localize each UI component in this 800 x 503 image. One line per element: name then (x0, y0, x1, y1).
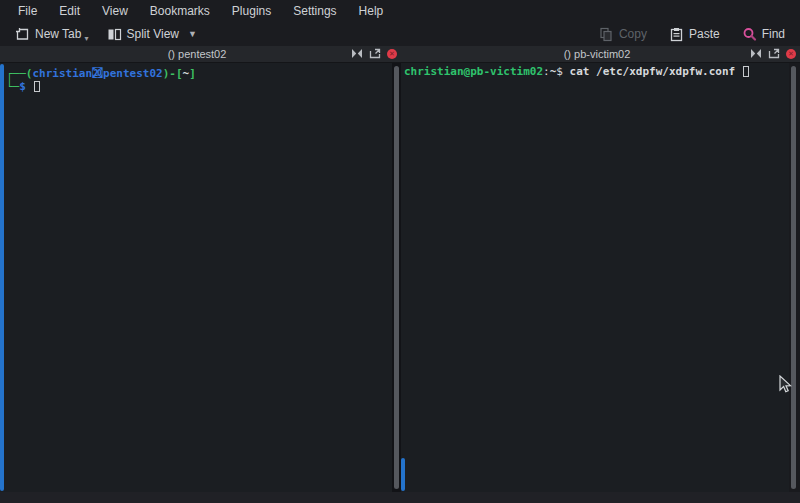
menu-bookmarks[interactable]: Bookmarks (140, 2, 220, 21)
split-view-headers: () pentest02 ✕ () pb-victim02 (0, 46, 800, 63)
new-tab-dropdown-caret[interactable]: ▾ (84, 34, 88, 43)
left-pane-header-controls: ✕ (351, 48, 397, 59)
expand-view-icon[interactable] (351, 48, 363, 59)
tab-new-icon (15, 27, 30, 42)
split-view-icon (107, 27, 122, 42)
clipboard-paste-icon (669, 27, 684, 42)
expand-view-icon[interactable] (750, 48, 762, 59)
prompt-frame-close: ] (189, 67, 196, 80)
new-tab-button[interactable]: New Tab ▾ (10, 25, 96, 44)
terminal-pane-pb-victim02[interactable]: christian@pb-victim02:~$ cat /etc/xdpfw/… (401, 63, 789, 492)
toolbar: New Tab ▾ Split View ▼ Cop (0, 22, 800, 46)
menu-bar: File Edit View Bookmarks Plugins Setting… (0, 0, 800, 22)
paste-button[interactable]: Paste (664, 25, 725, 44)
split-view-chevron-down-icon[interactable]: ▼ (188, 29, 197, 39)
prompt-symbol: $ (19, 80, 26, 93)
typed-command: cat /etc/xdpfw/xdpfw.conf (570, 65, 742, 78)
right-edge-column (789, 63, 800, 492)
new-tab-label: New Tab (35, 27, 81, 41)
menu-edit[interactable]: Edit (49, 2, 90, 21)
right-pane-header-controls: ✕ (750, 48, 796, 59)
konsole-window: File Edit View Bookmarks Plugins Setting… (0, 0, 800, 503)
prompt-symbol: $ (556, 65, 569, 78)
menu-settings[interactable]: Settings (283, 2, 346, 21)
menu-view[interactable]: View (92, 2, 138, 21)
prompt-frame-mid: )-[ (163, 67, 183, 80)
paste-label: Paste (689, 27, 720, 41)
detach-view-icon[interactable] (768, 48, 780, 59)
right-pane-title[interactable]: () pb-victim02 (394, 46, 800, 63)
split-view-body: ┌──(christian㉉pentest02)-[~] └─$ christi… (0, 63, 800, 492)
left-pane-title[interactable]: () pentest02 (0, 46, 394, 63)
menu-help[interactable]: Help (349, 2, 394, 21)
prompt-user-host: christian㉉pentest02 (33, 67, 163, 80)
prompt-user-host: christian@pb-victim02 (404, 65, 543, 78)
split-view-label: Split View (127, 27, 179, 41)
magnifier-find-icon (742, 27, 757, 42)
right-edge-scrollbar[interactable] (791, 66, 796, 489)
prompt-frame-open: ┌──( (6, 67, 33, 80)
split-view-button[interactable]: Split View ▼ (102, 25, 202, 44)
copy-button[interactable]: Copy (594, 25, 652, 44)
terminal-cursor (34, 81, 40, 92)
left-pane-scrollbar-thumb[interactable] (0, 64, 4, 491)
terminal-output: ┌──(christian㉉pentest02)-[~] └─$ (6, 67, 196, 93)
find-label: Find (762, 27, 785, 41)
copy-icon (599, 27, 614, 42)
split-divider[interactable] (392, 63, 401, 492)
copy-label: Copy (619, 27, 647, 41)
terminal-cursor (743, 66, 749, 77)
terminal-output: christian@pb-victim02:~$ cat /etc/xdpfw/… (404, 65, 749, 78)
window-bottom-strip (0, 492, 800, 503)
terminal-pane-pentest02[interactable]: ┌──(christian㉉pentest02)-[~] └─$ (0, 63, 392, 492)
find-button[interactable]: Find (737, 25, 790, 44)
right-pane-scrollbar-thumb[interactable] (401, 458, 405, 491)
menu-file[interactable]: File (8, 2, 47, 21)
close-view-icon[interactable]: ✕ (786, 49, 796, 59)
prompt-frame-bottom: └─ (6, 80, 19, 93)
detach-view-icon[interactable] (369, 48, 381, 59)
prompt-separator: : (543, 65, 550, 78)
menu-plugins[interactable]: Plugins (222, 2, 281, 21)
split-divider-handle[interactable] (394, 66, 399, 489)
